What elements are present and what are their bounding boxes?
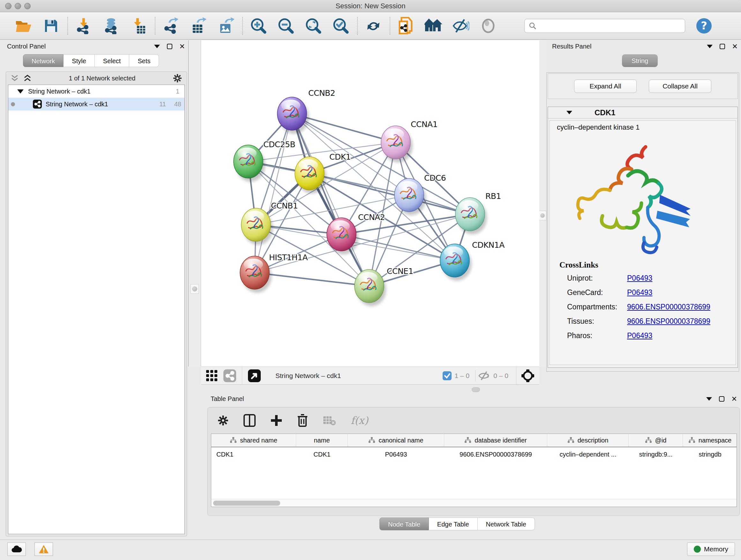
panel-menu-icon[interactable] bbox=[706, 397, 712, 401]
tab-edge-table[interactable]: Edge Table bbox=[429, 517, 478, 530]
export-network-icon[interactable] bbox=[162, 16, 180, 36]
network-node[interactable] bbox=[381, 126, 413, 163]
network-node[interactable] bbox=[295, 157, 327, 193]
column-header-description[interactable]: description bbox=[547, 434, 629, 447]
share-network-file-icon[interactable] bbox=[397, 16, 415, 36]
float-panel-icon[interactable] bbox=[167, 44, 172, 49]
network-node[interactable] bbox=[277, 97, 309, 134]
delete-column-icon[interactable] bbox=[297, 414, 308, 427]
left-splitter-handle[interactable] bbox=[191, 284, 199, 294]
import-table-file-icon[interactable] bbox=[129, 16, 148, 36]
network-row[interactable]: String Network – cdk1 11 48 bbox=[8, 98, 185, 111]
panel-menu-icon[interactable] bbox=[154, 45, 160, 48]
network-node[interactable] bbox=[455, 198, 487, 234]
selected-nodes-checkbox-icon[interactable] bbox=[443, 371, 452, 380]
apply-preferred-layout-icon[interactable] bbox=[364, 16, 383, 36]
crosslink-link[interactable]: P06493 bbox=[627, 274, 652, 283]
grid-view-icon[interactable] bbox=[205, 369, 218, 382]
table-cell[interactable]: 9606.ENSP00000378699 bbox=[444, 451, 547, 458]
column-header-shared-name[interactable]: shared name bbox=[211, 434, 296, 447]
table-cell[interactable]: CDK1 bbox=[296, 451, 348, 458]
network-node[interactable] bbox=[354, 269, 386, 306]
column-header-name[interactable]: name bbox=[296, 434, 348, 447]
add-column-icon[interactable] bbox=[270, 415, 282, 427]
crosslink-link[interactable]: 9606.ENSP00000378699 bbox=[627, 317, 711, 326]
help-icon[interactable]: ? bbox=[695, 16, 713, 36]
network-node[interactable] bbox=[440, 244, 472, 281]
protein-collapse-icon[interactable] bbox=[566, 111, 572, 114]
scrollbar-thumb[interactable] bbox=[213, 501, 280, 506]
node-table[interactable]: shared namenamecanonical namedatabase id… bbox=[211, 434, 737, 507]
tab-select[interactable]: Select bbox=[95, 54, 130, 67]
close-panel-icon[interactable]: ✕ bbox=[732, 43, 738, 50]
collapse-all-button[interactable]: Collapse All bbox=[649, 79, 711, 93]
bottom-splitter-handle[interactable] bbox=[472, 387, 480, 392]
expand-all-button[interactable]: Expand All bbox=[574, 79, 636, 93]
warning-status-button[interactable] bbox=[35, 543, 53, 556]
search-input[interactable] bbox=[537, 22, 677, 30]
close-panel-icon[interactable]: ✕ bbox=[731, 395, 737, 402]
table-cell[interactable]: stringdb:9... bbox=[629, 451, 683, 458]
glass-preview-icon[interactable] bbox=[479, 16, 497, 36]
zoom-fit-icon[interactable] bbox=[304, 16, 323, 36]
network-node[interactable] bbox=[327, 218, 358, 254]
show-columns-icon[interactable] bbox=[244, 414, 256, 427]
import-network-file-icon[interactable] bbox=[74, 16, 93, 36]
open-session-icon[interactable] bbox=[14, 16, 33, 36]
zoom-out-icon[interactable] bbox=[277, 16, 295, 36]
expand-all-icon[interactable] bbox=[23, 74, 31, 82]
float-panel-icon[interactable] bbox=[720, 44, 725, 49]
right-splitter[interactable] bbox=[539, 40, 546, 367]
network-view-toolbar: String Network – cdk1 1 – 0 0 – 0 bbox=[201, 367, 539, 385]
zoom-selected-icon[interactable] bbox=[332, 16, 350, 36]
crosslink-link[interactable]: 9606.ENSP00000378699 bbox=[627, 303, 711, 311]
table-cell[interactable]: cyclin–dependent ... bbox=[547, 451, 629, 458]
memory-button[interactable]: Memory bbox=[687, 543, 735, 556]
table-options-gear-icon[interactable] bbox=[217, 415, 229, 426]
tab-node-table[interactable]: Node Table bbox=[380, 517, 429, 530]
column-header-namespace[interactable]: namespace bbox=[683, 434, 737, 447]
detach-view-icon[interactable] bbox=[248, 369, 261, 382]
table-cell[interactable]: stringdb bbox=[683, 451, 737, 458]
search-field[interactable] bbox=[524, 19, 685, 33]
cloud-status-button[interactable] bbox=[7, 543, 26, 556]
panel-menu-icon[interactable] bbox=[707, 45, 713, 48]
tab-network[interactable]: Network bbox=[23, 54, 64, 67]
collection-expand-icon[interactable] bbox=[17, 89, 23, 94]
export-image-icon[interactable] bbox=[217, 16, 235, 36]
table-cell[interactable]: P06493 bbox=[348, 451, 444, 458]
close-panel-icon[interactable]: ✕ bbox=[179, 43, 185, 50]
crosslink-label: Pharos: bbox=[567, 331, 627, 340]
birdseye-navigator-icon[interactable] bbox=[521, 369, 535, 383]
float-panel-icon[interactable] bbox=[719, 396, 724, 401]
tab-string[interactable]: String bbox=[622, 54, 658, 67]
save-session-icon[interactable] bbox=[42, 16, 60, 36]
network-options-gear-icon[interactable] bbox=[173, 73, 182, 83]
import-network-database-icon[interactable] bbox=[102, 16, 120, 36]
column-header-canonical-name[interactable]: canonical name bbox=[348, 434, 444, 447]
export-table-icon[interactable] bbox=[189, 16, 208, 36]
collapse-all-icon[interactable] bbox=[10, 74, 19, 82]
horizontal-scrollbar[interactable] bbox=[211, 499, 737, 507]
column-header-@id[interactable]: @id bbox=[629, 434, 683, 447]
table-row[interactable]: CDK1CDK1P064939606.ENSP00000378699cyclin… bbox=[211, 447, 737, 462]
network-node[interactable] bbox=[240, 256, 272, 293]
tab-network-table[interactable]: Network Table bbox=[478, 517, 535, 530]
network-view-canvas[interactable]: CCNB2CCNA1CDC25BCDK1CDC6RB1CCNB1CCNA2CDK… bbox=[201, 40, 539, 367]
network-collection-row[interactable]: String Network – cdk1 1 bbox=[8, 85, 185, 98]
left-splitter[interactable] bbox=[188, 40, 201, 367]
crosslink-link[interactable]: P06493 bbox=[627, 331, 652, 340]
tab-sets[interactable]: Sets bbox=[129, 54, 159, 67]
hide-selected-icon[interactable] bbox=[452, 16, 470, 36]
right-splitter-handle[interactable] bbox=[539, 211, 546, 220]
tab-style[interactable]: Style bbox=[64, 54, 94, 67]
string-home-icon[interactable] bbox=[424, 16, 443, 36]
table-cell[interactable]: CDK1 bbox=[211, 451, 296, 458]
network-share-view-icon[interactable] bbox=[223, 369, 236, 382]
network-node[interactable] bbox=[233, 145, 265, 182]
table-panel-title: Table Panel bbox=[211, 395, 244, 402]
crosslink-link[interactable]: P06493 bbox=[627, 288, 652, 297]
column-header-database-identifier[interactable]: database identifier bbox=[444, 434, 547, 447]
network-node[interactable] bbox=[394, 179, 426, 215]
zoom-in-icon[interactable] bbox=[249, 16, 268, 36]
